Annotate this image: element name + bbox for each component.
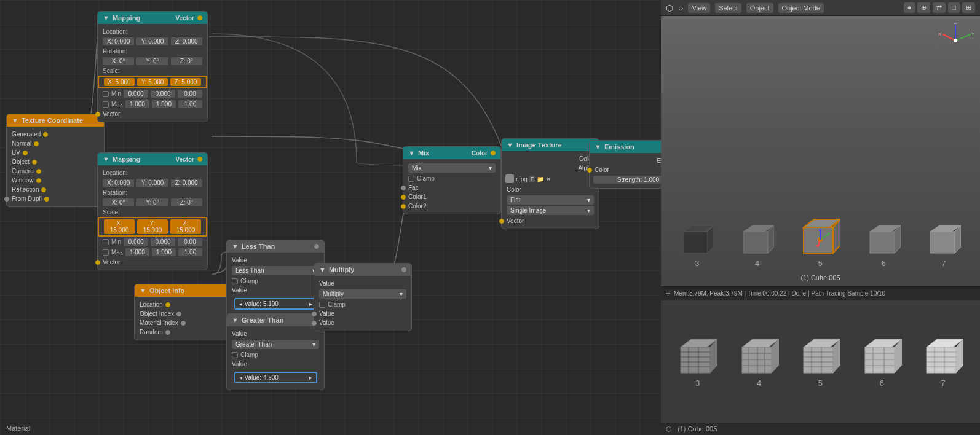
mix-node[interactable]: ▼ Mix Color Mix ▾ Clamp Fac Color1 xyxy=(403,146,501,214)
image-texture-close-icon[interactable]: ✕ xyxy=(546,176,551,182)
mapping1-rot-z[interactable]: Z: 0° xyxy=(171,57,202,65)
object-btn[interactable]: Object xyxy=(746,3,773,13)
tool3-btn[interactable]: □ xyxy=(948,2,960,13)
mapping2-min-row[interactable]: Min 0.000 0.000 0.00 xyxy=(98,237,207,247)
mapping2-loc-y[interactable]: Y: 0.000 xyxy=(136,179,168,187)
view-btn[interactable]: View xyxy=(688,3,710,13)
mapping2-rot-x[interactable]: X: 0° xyxy=(103,198,134,206)
mapping2-min-checkbox[interactable] xyxy=(103,239,109,245)
viewport[interactable]: ⬡ ○ View Select Object Object Mode ● ⊕ ⇄… xyxy=(661,0,980,435)
mode-btn[interactable]: Object Mode xyxy=(778,3,824,13)
cube-4-item[interactable]: 4 xyxy=(740,222,774,268)
mapping1-max-z[interactable]: 1.00 xyxy=(178,100,202,108)
mix-clamp-checkbox[interactable] xyxy=(408,176,414,182)
greater-than-clamp-checkbox[interactable] xyxy=(232,352,238,358)
mapping-node-1[interactable]: ▼ Mapping Vector Location: X: 0.000 Y: 0… xyxy=(97,11,208,122)
mapping2-loc-z[interactable]: Z: 0.000 xyxy=(171,179,202,187)
mapping2-max-z[interactable]: 1.00 xyxy=(178,248,202,256)
greater-than-clamp-row[interactable]: Clamp xyxy=(227,350,324,359)
less-than-right-arrow[interactable]: ▸ xyxy=(309,300,312,307)
image-texture-file-row[interactable]: r.jpg F 📁 ✕ xyxy=(502,173,599,185)
cube-3-item[interactable]: 3 xyxy=(680,222,714,268)
greater-than-left-arrow[interactable]: ◂ xyxy=(239,374,242,381)
mapping1-scale-y[interactable]: Y: 5.000 xyxy=(137,78,168,86)
greater-than-value-input-container[interactable]: ◂ Value: 4.900 ▸ xyxy=(227,369,324,386)
cube-5-item[interactable]: 5 xyxy=(800,216,840,268)
mapping1-min-z[interactable]: 0.00 xyxy=(178,90,202,98)
cube-7-item[interactable]: 7 xyxy=(927,222,961,268)
mapping2-min-y[interactable]: 0.000 xyxy=(151,238,175,246)
tool2-btn[interactable]: ⇄ xyxy=(933,2,946,13)
cube-6-item[interactable]: 6 xyxy=(867,222,901,268)
mapping2-loc-x[interactable]: X: 0.000 xyxy=(103,179,134,187)
emission-strength-row[interactable]: Strength: 1.000 xyxy=(590,174,661,185)
mapping2-rotation-values[interactable]: X: 0° Y: 0° Z: 0° xyxy=(98,197,207,208)
brick-cube-7[interactable]: 7 xyxy=(923,336,963,388)
image-texture-projection[interactable]: Flat ▾ xyxy=(507,195,594,205)
less-than-node[interactable]: ▼ Less Than Value Less Than ▾ Clamp Valu… xyxy=(226,240,325,316)
mapping2-scale-values[interactable]: X: 15.000 Y: 15.000 Z: 15.000 xyxy=(98,217,207,237)
texture-coordinate-node[interactable]: ▼ Texture Coordinate Generated Normal UV… xyxy=(6,114,105,207)
mapping2-max-checkbox[interactable] xyxy=(103,249,109,256)
mapping2-max-y[interactable]: 1.000 xyxy=(152,248,176,256)
mapping2-rot-y[interactable]: Y: 0° xyxy=(136,198,168,206)
mapping1-loc-x[interactable]: X: 0.000 xyxy=(103,37,134,45)
brick-cube-5[interactable]: 5 xyxy=(800,336,840,388)
mix-dropdown[interactable]: Mix ▾ xyxy=(408,163,496,173)
mapping1-scale-values[interactable]: X: 5.000 Y: 5.000 Z: 5.000 xyxy=(98,76,207,88)
tool4-btn[interactable]: ⊞ xyxy=(962,2,975,13)
brick-cube-4[interactable]: 4 xyxy=(739,336,779,388)
mapping2-scale-x[interactable]: X: 15.000 xyxy=(104,219,135,234)
mapping2-scale-z[interactable]: Z: 15.000 xyxy=(170,219,201,234)
mapping2-max-x[interactable]: 1.000 xyxy=(125,248,149,256)
less-than-clamp-row[interactable]: Clamp xyxy=(227,276,324,286)
mapping2-rot-z[interactable]: Z: 0° xyxy=(171,198,202,206)
object-info-node[interactable]: ▼ Object Info Location Object Index Mate… xyxy=(134,284,232,340)
global-btn[interactable]: ● xyxy=(904,2,915,13)
mapping1-min-checkbox[interactable] xyxy=(103,91,109,97)
mix-clamp-row[interactable]: Clamp xyxy=(403,174,500,183)
mapping1-rot-x[interactable]: X: 0° xyxy=(103,57,134,65)
image-texture-node[interactable]: ▼ Image Texture Color Alpha r.jpg F 📁 ✕ … xyxy=(501,138,599,229)
node-editor[interactable]: ▼ Texture Coordinate Generated Normal UV… xyxy=(0,0,661,435)
image-texture-source[interactable]: Single Image ▾ xyxy=(507,206,594,215)
mapping-node-2[interactable]: ▼ Mapping Vector Location: X: 0.000 Y: 0… xyxy=(97,152,208,270)
viewport-toolbar[interactable]: ⬡ ○ View Select Object Object Mode ● ⊕ ⇄… xyxy=(661,0,980,16)
mapping1-loc-z[interactable]: Z: 0.000 xyxy=(171,37,202,45)
select-btn[interactable]: Select xyxy=(715,3,741,13)
mapping2-max-row[interactable]: Max 1.000 1.000 1.00 xyxy=(98,247,207,257)
mapping2-min-z[interactable]: 0.00 xyxy=(178,238,202,246)
less-than-value-input[interactable]: ◂ Value: 5.100 ▸ xyxy=(234,298,317,310)
multiply-clamp-row[interactable]: Clamp xyxy=(314,300,411,309)
greater-than-node[interactable]: ▼ Greater Than Value Greater Than ▾ Clam… xyxy=(226,313,325,390)
mapping1-rotation-values[interactable]: X: 0° Y: 0° Z: 0° xyxy=(98,56,207,66)
mapping2-scale-y[interactable]: Y: 15.000 xyxy=(137,219,168,234)
emission-strength-value[interactable]: Strength: 1.000 xyxy=(593,176,661,184)
mapping2-location-values[interactable]: X: 0.000 Y: 0.000 Z: 0.000 xyxy=(98,178,207,188)
mapping1-rot-y[interactable]: Y: 0° xyxy=(136,57,168,65)
multiply-clamp-checkbox[interactable] xyxy=(319,302,325,308)
brick-cube-6[interactable]: 6 xyxy=(862,336,902,388)
multiply-dropdown[interactable]: Multiply ▾ xyxy=(319,289,406,299)
mapping1-max-checkbox[interactable] xyxy=(103,101,109,108)
less-than-dropdown[interactable]: Less Than ▾ xyxy=(232,266,319,275)
multiply-node[interactable]: ▼ Multiply Value Multiply ▾ Clamp Value xyxy=(314,263,412,331)
tool1-btn[interactable]: ⊕ xyxy=(917,2,930,13)
brick-cube-3[interactable]: 3 xyxy=(678,336,717,388)
less-than-left-arrow[interactable]: ◂ xyxy=(239,300,242,307)
greater-than-dropdown[interactable]: Greater Than ▾ xyxy=(232,340,319,349)
image-texture-filename[interactable]: r.jpg xyxy=(516,176,528,182)
greater-than-right-arrow[interactable]: ▸ xyxy=(309,374,312,381)
mapping1-max-y[interactable]: 1.000 xyxy=(152,100,176,108)
less-than-value-input-container[interactable]: ◂ Value: 5.100 ▸ xyxy=(227,295,324,313)
mapping1-scale-x[interactable]: X: 5.000 xyxy=(104,78,135,86)
mapping1-min-row[interactable]: Min 0.000 0.000 0.00 xyxy=(98,88,207,99)
mapping1-max-x[interactable]: 1.000 xyxy=(125,100,149,108)
mapping1-location-values[interactable]: X: 0.000 Y: 0.000 Z: 0.000 xyxy=(98,36,207,47)
image-texture-folder-icon[interactable]: 📁 xyxy=(537,176,544,182)
mapping1-min-y[interactable]: 0.000 xyxy=(151,90,175,98)
emission-node[interactable]: ▼ Emission Emission Color Strength: 1.00… xyxy=(589,140,661,189)
less-than-clamp-checkbox[interactable] xyxy=(232,278,238,284)
mapping2-min-x[interactable]: 0.000 xyxy=(124,238,148,246)
mapping1-min-x[interactable]: 0.000 xyxy=(124,90,148,98)
